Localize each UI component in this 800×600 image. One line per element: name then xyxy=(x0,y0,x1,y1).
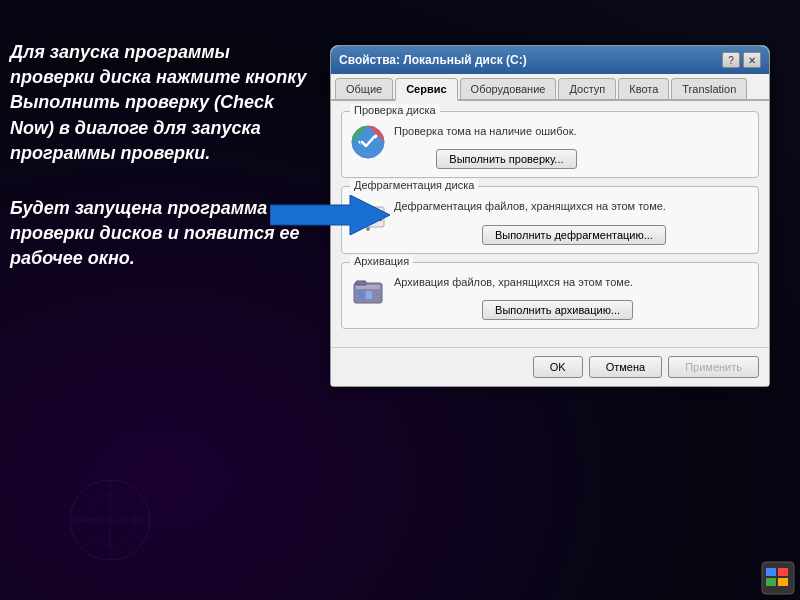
archive-btn-row: Выполнить архивацию... xyxy=(394,294,633,320)
tab-service[interactable]: Сервис xyxy=(395,78,457,101)
disk-check-icon xyxy=(350,124,386,160)
instruction-text-1: Для запуска программы проверки диска наж… xyxy=(10,40,310,166)
title-bar: Свойства: Локальный диск (C:) ? ✕ xyxy=(331,46,769,74)
archive-description: Архивация файлов, хранящихся на этом том… xyxy=(394,275,633,290)
check-now-button[interactable]: Выполнить проверку... xyxy=(436,149,576,169)
svg-rect-23 xyxy=(778,568,788,576)
disk-check-label: Проверка диска xyxy=(350,104,440,116)
tab-translation[interactable]: Translation xyxy=(671,78,747,99)
ok-button[interactable]: OK xyxy=(533,356,583,378)
tab-content: Проверка диска Проверка тома на наличие … xyxy=(331,101,769,347)
apply-button[interactable]: Применить xyxy=(668,356,759,378)
svg-rect-20 xyxy=(356,281,366,285)
svg-rect-18 xyxy=(358,291,364,299)
defrag-button[interactable]: Выполнить дефрагментацию... xyxy=(482,225,666,245)
tab-quota[interactable]: Квота xyxy=(618,78,669,99)
archive-info: Архивация файлов, хранящихся на этом том… xyxy=(394,275,633,320)
tabs-bar: Общие Сервис Оборудование Доступ Квота T… xyxy=(331,74,769,101)
close-button[interactable]: ✕ xyxy=(743,52,761,68)
svg-rect-24 xyxy=(766,578,776,586)
svg-rect-22 xyxy=(766,568,776,576)
tab-hardware[interactable]: Оборудование xyxy=(460,78,557,99)
svg-rect-19 xyxy=(366,291,372,299)
archive-content: Архивация файлов, хранящихся на этом том… xyxy=(350,271,750,320)
decoration-sparkle xyxy=(60,470,160,570)
defrag-info: Дефрагментация файлов, хранящихся на это… xyxy=(394,199,666,244)
archive-label: Архивация xyxy=(350,255,413,267)
disk-check-description: Проверка тома на наличие ошибок. xyxy=(394,124,577,139)
defrag-btn-row: Выполнить дефрагментацию... xyxy=(394,219,666,245)
dialog-bottom-buttons: OK Отмена Применить xyxy=(331,347,769,386)
tab-access[interactable]: Доступ xyxy=(558,78,616,99)
left-panel: Для запуска программы проверки диска наж… xyxy=(10,40,310,272)
defrag-label: Дефрагментация диска xyxy=(350,179,478,191)
svg-rect-17 xyxy=(356,285,380,289)
dialog-title: Свойства: Локальный диск (C:) xyxy=(339,53,527,67)
help-button[interactable]: ? xyxy=(722,52,740,68)
archive-section: Архивация Архивация файлов, хранящихся н… xyxy=(341,262,759,329)
properties-dialog: Свойства: Локальный диск (C:) ? ✕ Общие … xyxy=(330,45,770,387)
corner-decoration xyxy=(760,560,796,596)
instruction-text-2: Будет запущена программа проверки дисков… xyxy=(10,196,310,272)
svg-marker-4 xyxy=(270,195,390,235)
svg-rect-25 xyxy=(778,578,788,586)
archive-button[interactable]: Выполнить архивацию... xyxy=(482,300,633,320)
archive-icon xyxy=(350,275,386,311)
cancel-button[interactable]: Отмена xyxy=(589,356,662,378)
defrag-content: Дефрагментация файлов, хранящихся на это… xyxy=(350,195,750,244)
disk-check-info: Проверка тома на наличие ошибок. Выполни… xyxy=(394,124,577,169)
arrow-indicator xyxy=(270,195,390,235)
disk-check-btn-row: Выполнить проверку... xyxy=(394,143,577,169)
title-bar-buttons: ? ✕ xyxy=(722,52,761,68)
disk-check-section: Проверка диска Проверка тома на наличие … xyxy=(341,111,759,178)
defrag-description: Дефрагментация файлов, хранящихся на это… xyxy=(394,199,666,214)
defrag-section: Дефрагментация диска Дефрагментация файл… xyxy=(341,186,759,253)
tab-general[interactable]: Общие xyxy=(335,78,393,99)
disk-check-content: Проверка тома на наличие ошибок. Выполни… xyxy=(350,120,750,169)
